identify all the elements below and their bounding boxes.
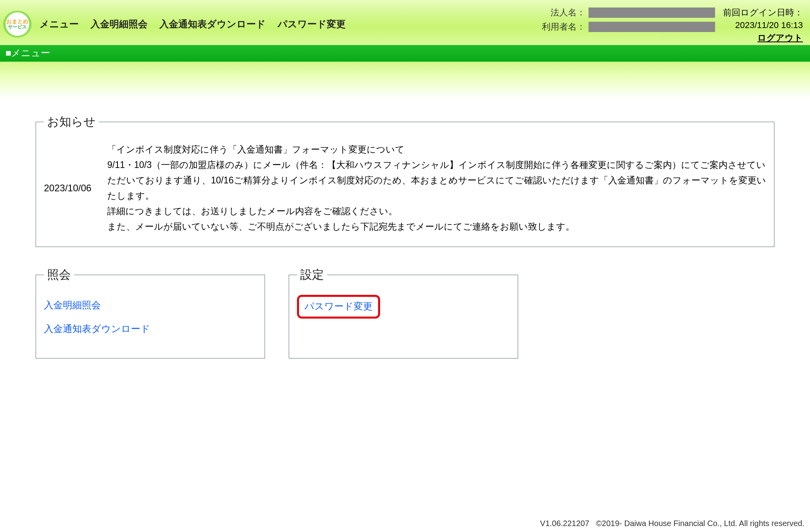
header-right: 法人名： 利用者名： 前回ログイン日時： 2023/11/20 16:13 ログ… (542, 4, 805, 44)
nav-deposit-detail[interactable]: 入金明細照会 (91, 18, 148, 30)
copyright: ©2019- Daiwa House Financial Co., Ltd. A… (596, 519, 804, 528)
corp-label: 法人名： (551, 7, 585, 19)
user-label: 利用者名： (542, 21, 585, 33)
last-login-value: 2023/11/20 16:13 (735, 20, 803, 30)
logo-text-1: おまとめ (6, 19, 28, 25)
notice-legend: お知らせ (44, 114, 99, 130)
logo-icon: おまとめ サービス (3, 11, 32, 38)
header: おまとめ サービス メニュー 入金明細照会 入金通知表ダウンロード パスワード変… (0, 0, 810, 45)
link-deposit-detail[interactable]: 入金明細照会 (44, 299, 257, 311)
inquiry-legend: 照会 (44, 267, 74, 283)
logo-text-2: サービス (8, 25, 27, 30)
nav-password-change[interactable]: パスワード変更 (278, 18, 346, 30)
link-deposit-download[interactable]: 入金通知表ダウンロード (44, 323, 257, 335)
page-title-bar: ■メニュー (0, 45, 810, 62)
link-password-change[interactable]: パスワード変更 (305, 300, 373, 313)
notice-box: お知らせ 2023/10/06 「インボイス制度対応に伴う「入金通知書」フォーマ… (36, 114, 774, 247)
notice-body: 「インボイス制度対応に伴う「入金通知書」フォーマット変更について9/11・10/… (107, 142, 766, 235)
page-title: ■メニュー (6, 47, 51, 58)
footer: V1.06.221207 ©2019- Daiwa House Financia… (0, 517, 810, 532)
inquiry-box: 照会 入金明細照会 入金通知表ダウンロード (36, 267, 265, 358)
password-change-highlight: パスワード変更 (297, 295, 380, 319)
user-name-redacted (589, 22, 715, 32)
version: V1.06.221207 (540, 519, 590, 528)
nav-menu[interactable]: メニュー (40, 18, 79, 30)
settings-legend: 設定 (297, 267, 327, 283)
main-content: お知らせ 2023/10/06 「インボイス制度対応に伴う「入金通知書」フォーマ… (0, 98, 810, 517)
settings-box: 設定 パスワード変更 (289, 267, 518, 358)
corp-name-redacted (589, 8, 715, 18)
notice-date: 2023/10/06 (44, 183, 91, 194)
nav-deposit-download[interactable]: 入金通知表ダウンロード (159, 18, 266, 30)
logout-link[interactable]: ログアウト (757, 32, 803, 44)
main-nav: メニュー 入金明細照会 入金通知表ダウンロード パスワード変更 (40, 18, 346, 30)
last-login-label: 前回ログイン日時： (723, 7, 803, 19)
